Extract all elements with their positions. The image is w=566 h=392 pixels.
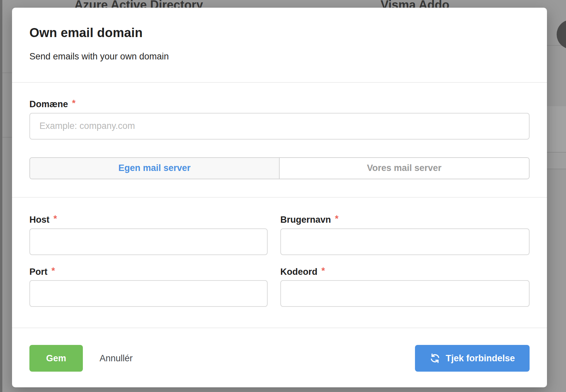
host-field: Host * xyxy=(29,215,268,255)
dialog-subtitle: Send emails with your own domain xyxy=(29,51,530,62)
port-input[interactable] xyxy=(29,280,268,307)
host-input[interactable] xyxy=(29,228,268,255)
toggle-own-mail-server[interactable]: Egen mail server xyxy=(30,158,280,179)
server-settings-section: Host * Brugernavn * Port * xyxy=(12,198,547,328)
username-input[interactable] xyxy=(280,228,530,255)
chat-bubble-button xyxy=(557,20,566,49)
background-divider xyxy=(2,137,12,138)
save-button[interactable]: Gem xyxy=(29,345,83,372)
background-table-row xyxy=(547,152,566,169)
background-sidebar-strip xyxy=(0,0,2,392)
domain-section: Domæne * Egen mail server Vores mail ser… xyxy=(12,83,547,198)
dialog-footer: Gem Annullér Tjek forbindelse xyxy=(12,328,547,387)
username-label: Brugernavn * xyxy=(280,215,530,225)
port-label: Port * xyxy=(29,267,268,277)
dialog-header: Own email domain Send emails with your o… xyxy=(12,8,547,83)
cancel-button[interactable]: Annullér xyxy=(100,345,133,372)
required-asterisk: * xyxy=(321,266,325,276)
domain-input[interactable] xyxy=(29,113,530,140)
password-field: Kodeord * xyxy=(280,267,530,307)
host-label: Host * xyxy=(29,215,268,225)
username-field: Brugernavn * xyxy=(280,215,530,255)
required-asterisk: * xyxy=(51,266,55,276)
check-connection-button[interactable]: Tjek forbindelse xyxy=(415,345,530,372)
background-divider xyxy=(2,72,12,73)
required-asterisk: * xyxy=(53,214,57,224)
background-divider xyxy=(547,152,566,153)
toggle-our-mail-server[interactable]: Vores mail server xyxy=(280,158,529,179)
sync-icon xyxy=(430,353,440,364)
password-label: Kodeord * xyxy=(280,267,530,277)
required-asterisk: * xyxy=(335,214,339,224)
required-asterisk: * xyxy=(72,99,76,109)
background-table-row xyxy=(547,106,566,152)
background-divider xyxy=(547,169,566,169)
password-input[interactable] xyxy=(280,280,530,307)
mail-server-toggle: Egen mail server Vores mail server xyxy=(29,157,530,179)
port-field: Port * xyxy=(29,267,268,307)
check-connection-label: Tjek forbindelse xyxy=(446,353,515,364)
own-email-domain-dialog: Own email domain Send emails with your o… xyxy=(12,8,547,387)
dialog-title: Own email domain xyxy=(29,26,530,40)
domain-label: Domæne * xyxy=(29,100,530,110)
